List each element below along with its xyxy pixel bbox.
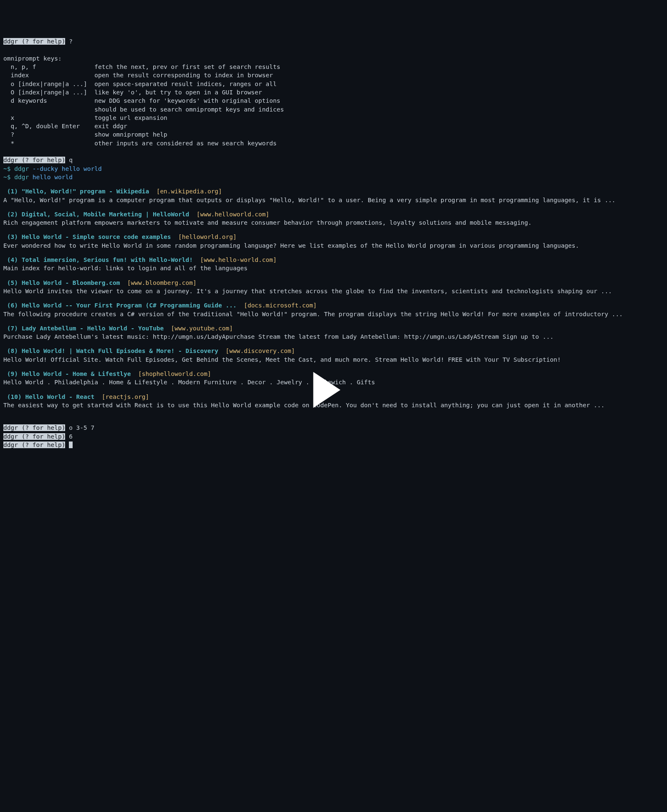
result-domain: [www.hello-world.com] [193, 256, 277, 263]
help-line: o [index|range|a ...] open space-separat… [3, 80, 664, 88]
result-index: (10) [3, 393, 25, 400]
omniprompt-label: ddgr (? for help) [3, 433, 65, 440]
result-index: (9) [3, 370, 22, 377]
result-header: (7) Lady Antebellum - Hello World - YouT… [3, 324, 664, 332]
omniprompt-input [65, 442, 69, 448]
result-index: (4) [3, 256, 22, 263]
result-snippet: Purchase Lady Antebellum's latest music:… [3, 332, 664, 341]
omniprompt-input: 6 [65, 433, 72, 440]
result-title: Digital, Social, Mobile Marketing | Hell… [22, 211, 189, 218]
help-line: O [index|range|a ...] like key 'o', but … [3, 88, 664, 96]
result-index: (7) [3, 325, 22, 332]
help-line: ? show omniprompt help [3, 130, 664, 139]
result-header: (1) "Hello, World!" program - Wikipedia … [3, 187, 664, 195]
search-result[interactable]: (3) Hello World - Simple source code exa… [3, 233, 664, 250]
result-index: (8) [3, 348, 22, 354]
result-header: (2) Digital, Social, Mobile Marketing | … [3, 210, 664, 218]
footer-prompts: ddgr (? for help) o 3-5 7ddgr (? for hel… [3, 424, 664, 449]
omniprompt-line[interactable]: ddgr (? for help) [3, 441, 664, 449]
omniprompt-line: ddgr (? for help) 6 [3, 432, 664, 441]
search-result[interactable]: (4) Total immersion, Serious fun! with H… [3, 256, 664, 273]
help-line: * other inputs are considered as new sea… [3, 139, 664, 147]
result-domain: [reactjs.org] [94, 393, 149, 400]
result-snippet: Rich engagement platform empowers market… [3, 218, 664, 227]
result-title: Hello World -- Your First Program (C# Pr… [22, 302, 237, 309]
omniprompt-line: ddgr (? for help) o 3-5 7 [3, 424, 664, 432]
help-line: x toggle url expansion [3, 114, 664, 122]
cursor-icon [69, 442, 73, 448]
result-header: (6) Hello World -- Your First Program (C… [3, 301, 664, 310]
result-title: Hello World! | Watch Full Episodes & Mor… [22, 348, 218, 354]
play-button[interactable] [313, 355, 341, 425]
result-header: (3) Hello World - Simple source code exa… [3, 233, 664, 241]
result-title: Hello World - Bloomberg.com [22, 279, 120, 286]
result-header: (8) Hello World! | Watch Full Episodes &… [3, 347, 664, 355]
result-header: (4) Total immersion, Serious fun! with H… [3, 256, 664, 264]
help-line: q, ^D, double Enter exit ddgr [3, 122, 664, 130]
shell-prompt: ~$ [3, 165, 10, 172]
user-input-quit: q [65, 157, 72, 163]
omniprompt-input: o 3-5 7 [65, 424, 94, 431]
result-domain: [www.bloomberg.com] [120, 279, 196, 286]
omniprompt-label: ddgr (? for help) [3, 442, 65, 448]
result-snippet: Hello World invites the viewer to come o… [3, 287, 664, 295]
result-title: Hello World - React [25, 393, 94, 400]
result-index: (5) [3, 279, 22, 286]
omniprompt-label: ddgr (? for help) [3, 157, 65, 163]
result-title: Hello World - Home & Lifestlye [22, 370, 131, 377]
shell-prompt: ~$ [3, 174, 10, 180]
help-line: should be used to search omniprompt keys… [3, 105, 664, 114]
result-index: (6) [3, 302, 22, 309]
result-title: "Hello, World!" program - Wikipedia [22, 188, 149, 195]
omniprompt-label: ddgr (? for help) [3, 38, 65, 45]
result-snippet: The following procedure creates a C# ver… [3, 310, 664, 318]
result-title: Hello World - Simple source code example… [22, 233, 171, 240]
result-header: (5) Hello World - Bloomberg.com [www.blo… [3, 279, 664, 287]
help-key-list: n, p, f fetch the next, prev or first se… [3, 63, 664, 147]
search-result[interactable]: (6) Hello World -- Your First Program (C… [3, 301, 664, 318]
result-title: Lady Antebellum - Hello World - YouTube [22, 325, 164, 332]
result-snippet: Main index for hello-world: links to log… [3, 264, 664, 272]
shell-args: hello world [33, 174, 73, 180]
result-domain: [docs.microsoft.com] [237, 302, 317, 309]
result-domain: [shophelloworld.com] [131, 370, 211, 377]
help-line: n, p, f fetch the next, prev or first se… [3, 63, 664, 71]
help-line: d keywords new DDG search for 'keywords'… [3, 96, 664, 105]
result-index: (2) [3, 211, 22, 218]
shell-command: ddgr [14, 165, 29, 172]
result-domain: [www.youtube.com] [164, 325, 233, 332]
shell-args: --ducky hello world [33, 165, 102, 172]
search-result[interactable]: (7) Lady Antebellum - Hello World - YouT… [3, 324, 664, 341]
result-index: (1) [3, 188, 22, 195]
result-domain: [www.discovery.com] [218, 348, 295, 354]
omniprompt-label: ddgr (? for help) [3, 424, 65, 431]
search-result[interactable]: (1) "Hello, World!" program - Wikipedia … [3, 187, 664, 204]
play-icon [313, 372, 341, 408]
search-result[interactable]: (2) Digital, Social, Mobile Marketing | … [3, 210, 664, 227]
user-input-help: ? [65, 38, 72, 45]
result-domain: [www.helloworld.com] [189, 211, 269, 218]
shell-command: ddgr [14, 174, 29, 180]
result-snippet: A "Hello, World!" program is a computer … [3, 196, 664, 204]
result-index: (3) [3, 233, 22, 240]
result-snippet: Ever wondered how to write Hello World i… [3, 241, 664, 250]
result-domain: [en.wikipedia.org] [149, 188, 222, 195]
help-header: omniprompt keys: [3, 55, 62, 62]
search-result[interactable]: (5) Hello World - Bloomberg.com [www.blo… [3, 279, 664, 296]
help-line: index open the result corresponding to i… [3, 71, 664, 79]
result-domain: [helloworld.org] [171, 233, 237, 240]
result-title: Total immersion, Serious fun! with Hello… [22, 256, 193, 263]
